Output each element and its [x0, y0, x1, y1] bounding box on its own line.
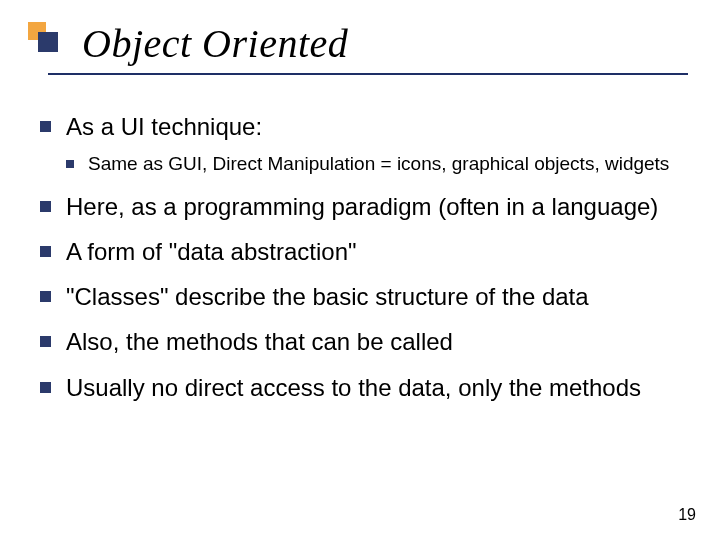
- slide-content: As a UI technique: Same as GUI, Direct M…: [0, 93, 720, 403]
- bullet-text: Here, as a programming paradigm (often i…: [66, 193, 658, 220]
- list-item: Also, the methods that can be called: [40, 326, 680, 357]
- title-area: Object Oriented: [0, 0, 720, 93]
- bullet-list-level1: As a UI technique: Same as GUI, Direct M…: [40, 111, 680, 403]
- title-ornament: [28, 22, 54, 48]
- bullet-text: A form of "data abstraction": [66, 238, 357, 265]
- list-item: "Classes" describe the basic structure o…: [40, 281, 680, 312]
- bullet-text: "Classes" describe the basic structure o…: [66, 283, 589, 310]
- title-underline: [48, 73, 688, 75]
- bullet-list-level2: Same as GUI, Direct Manipulation = icons…: [66, 152, 680, 177]
- bullet-text: As a UI technique:: [66, 113, 262, 140]
- list-item: Same as GUI, Direct Manipulation = icons…: [66, 152, 680, 177]
- bullet-text: Same as GUI, Direct Manipulation = icons…: [88, 153, 669, 174]
- list-item: A form of "data abstraction": [40, 236, 680, 267]
- slide-title: Object Oriented: [82, 20, 720, 67]
- slide: Object Oriented As a UI technique: Same …: [0, 0, 720, 540]
- list-item: As a UI technique: Same as GUI, Direct M…: [40, 111, 680, 177]
- bullet-text: Also, the methods that can be called: [66, 328, 453, 355]
- bullet-text: Usually no direct access to the data, on…: [66, 374, 641, 401]
- list-item: Usually no direct access to the data, on…: [40, 372, 680, 403]
- list-item: Here, as a programming paradigm (often i…: [40, 191, 680, 222]
- square-icon: [38, 32, 58, 52]
- page-number: 19: [678, 506, 696, 524]
